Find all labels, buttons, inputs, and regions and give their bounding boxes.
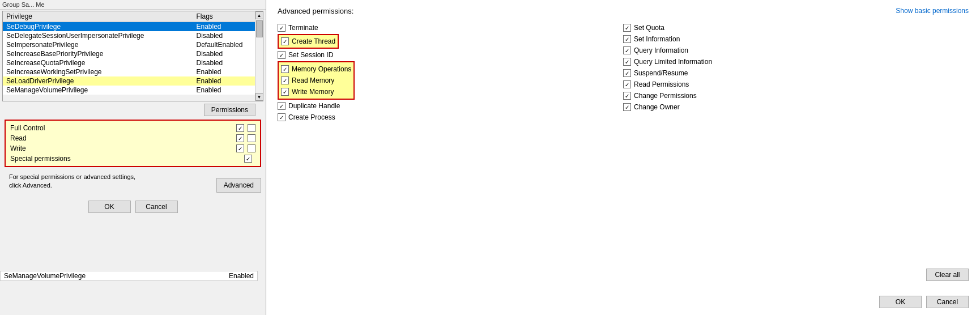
permission-label: Query Information: [634, 46, 688, 54]
permission-checkbox[interactable]: [623, 92, 631, 100]
table-row[interactable]: SeManageVolumePrivilegeEnabled: [3, 86, 263, 95]
permission-label: Read Memory: [292, 76, 334, 84]
permission-checkbox[interactable]: [278, 24, 286, 32]
permission-checkbox[interactable]: [623, 24, 631, 32]
table-scrollbar[interactable]: ▲ ▼: [255, 11, 263, 101]
show-basic-link[interactable]: Show basic permissions: [896, 7, 969, 15]
permission-checkbox[interactable]: [623, 80, 631, 88]
perm-row: Special permissions: [10, 154, 255, 164]
perm-row: Read: [10, 133, 255, 143]
permission-checkbox[interactable]: [281, 88, 289, 96]
list-item[interactable]: Set Session ID: [278, 49, 623, 61]
privilege-name: SeIncreaseBasePriorityPrivilege: [3, 49, 193, 58]
permissions-grid: TerminateCreate ThreadSet Session IDMemo…: [278, 22, 969, 308]
memory-ops-highlight-group: Memory OperationsRead MemoryWrite Memory: [278, 61, 355, 100]
privilege-flags: Disabled: [193, 31, 263, 40]
perm-label: Write: [10, 144, 236, 152]
permission-checkbox[interactable]: [623, 69, 631, 77]
table-row[interactable]: SeIncreaseQuotaPrivilegeDisabled: [3, 58, 263, 67]
right-panel: Advanced permissions: Show basic permiss…: [266, 0, 980, 315]
left-ok-button[interactable]: OK: [88, 201, 131, 213]
permission-checkbox[interactable]: [623, 46, 631, 54]
permission-label: Create Process: [288, 113, 335, 121]
privilege-name: SeImpersonatePrivilege: [3, 40, 193, 49]
perm-checkbox-empty: [248, 134, 255, 142]
list-item[interactable]: Create Process: [278, 112, 623, 123]
table-row[interactable]: SeImpersonatePrivilegeDefaultEnabled: [3, 40, 263, 49]
bottom-privilege-row: SeManageVolumePrivilege Enabled: [0, 271, 258, 281]
scroll-thumb[interactable]: [256, 20, 263, 37]
list-item[interactable]: Read Memory: [281, 75, 351, 86]
right-ok-button[interactable]: OK: [879, 296, 922, 308]
privilege-name: SeDelegateSessionUserImpersonatePrivileg…: [3, 31, 193, 40]
table-row[interactable]: SeDelegateSessionUserImpersonatePrivileg…: [3, 31, 263, 40]
permission-label: Terminate: [288, 24, 318, 32]
table-row[interactable]: SeIncreaseWorkingSetPrivilegeEnabled: [3, 67, 263, 76]
list-item[interactable]: Query Information: [623, 45, 969, 56]
special-note-text: For special permissions or advanced sett…: [9, 173, 135, 189]
permissions-button[interactable]: Permissions: [204, 104, 255, 116]
list-item[interactable]: Create Thread: [281, 36, 335, 47]
list-item[interactable]: Memory Operations: [281, 63, 351, 75]
permission-checkbox[interactable]: [278, 51, 286, 59]
right-permissions-col: Set QuotaSet InformationQuery Informatio…: [623, 22, 969, 308]
advanced-button[interactable]: Advanced: [216, 178, 261, 193]
list-item[interactable]: Set Information: [623, 33, 969, 45]
permissions-box: Full ControlReadWriteSpecial permissions: [5, 120, 261, 167]
privilege-col-header: Privilege: [3, 11, 193, 22]
permission-label: Query Limited Information: [634, 58, 712, 66]
bottom-privilege-flags: Enabled: [229, 272, 254, 280]
list-item[interactable]: Suspend/Resume: [623, 67, 969, 79]
scroll-down-arrow[interactable]: ▼: [255, 93, 263, 101]
perm-checkbox[interactable]: [236, 144, 244, 152]
privilege-table: Privilege Flags SeDebugPrivilegeEnabledS…: [3, 11, 263, 95]
permissions-btn-row: Permissions: [0, 103, 266, 117]
permission-checkbox[interactable]: [278, 102, 286, 110]
permission-label: Set Information: [634, 35, 680, 43]
permission-label: Create Thread: [292, 37, 335, 45]
permission-checkbox[interactable]: [281, 37, 289, 45]
perm-checkbox[interactable]: [244, 155, 252, 163]
permission-checkbox[interactable]: [623, 58, 631, 66]
perm-checkbox[interactable]: [236, 124, 244, 132]
table-row[interactable]: SeDebugPrivilegeEnabled: [3, 22, 263, 32]
table-row[interactable]: SeIncreaseBasePriorityPrivilegeDisabled: [3, 49, 263, 58]
clear-all-button[interactable]: Clear all: [926, 269, 969, 281]
right-cancel-button[interactable]: Cancel: [926, 296, 969, 308]
list-item[interactable]: Change Owner: [623, 101, 969, 113]
list-item[interactable]: Write Memory: [281, 86, 351, 97]
perm-label: Special permissions: [10, 155, 244, 163]
scroll-up-arrow[interactable]: ▲: [255, 11, 263, 19]
permission-label: Change Permissions: [634, 92, 697, 100]
permission-label: Duplicate Handle: [288, 102, 340, 110]
permission-checkbox[interactable]: [623, 103, 631, 111]
permission-label: Set Quota: [634, 24, 664, 32]
list-item[interactable]: Change Permissions: [623, 90, 969, 101]
privilege-name: SeIncreaseWorkingSetPrivilege: [3, 67, 193, 76]
list-item[interactable]: Duplicate Handle: [278, 100, 623, 112]
privilege-flags: DefaultEnabled: [193, 40, 263, 49]
list-item[interactable]: Read Permissions: [623, 79, 969, 90]
group-sid-header: Group Sa... Me: [0, 0, 266, 10]
permission-checkbox[interactable]: [281, 76, 289, 84]
list-item[interactable]: Query Limited Information: [623, 56, 969, 67]
permission-checkbox[interactable]: [278, 113, 286, 121]
permission-label: Read Permissions: [634, 80, 689, 88]
left-cancel-button[interactable]: Cancel: [135, 201, 178, 213]
privilege-flags: Disabled: [193, 49, 263, 58]
left-ok-cancel-row: OK Cancel: [0, 196, 266, 218]
permission-label: Memory Operations: [292, 65, 351, 73]
list-item[interactable]: Terminate: [278, 22, 623, 33]
right-bottom-buttons: OK Cancel: [879, 296, 969, 308]
table-row[interactable]: SeLoadDriverPrivilegeEnabled: [3, 76, 263, 86]
perm-label: Read: [10, 134, 236, 142]
perm-row: Write: [10, 143, 255, 154]
perm-checkbox-empty: [248, 144, 255, 152]
permission-checkbox[interactable]: [281, 65, 289, 73]
permission-checkbox[interactable]: [623, 35, 631, 43]
list-item[interactable]: Set Quota: [623, 22, 969, 33]
perm-checkbox[interactable]: [236, 134, 244, 142]
privilege-flags: Enabled: [193, 86, 263, 95]
privilege-table-container: Privilege Flags SeDebugPrivilegeEnabledS…: [2, 11, 263, 101]
left-panel: Group Sa... Me Privilege Flags SeDebugPr…: [0, 0, 266, 315]
